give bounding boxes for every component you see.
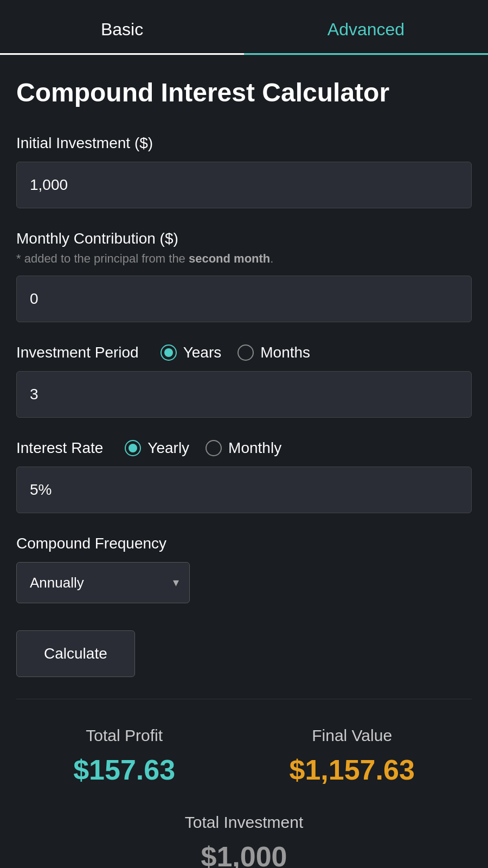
- compound-frequency-group: Compound Frequency Annually Semi-Annuall…: [16, 535, 472, 603]
- investment-period-years-option[interactable]: Years: [160, 344, 222, 361]
- interest-rate-label: Interest Rate: [16, 439, 103, 457]
- compound-frequency-select[interactable]: Annually Semi-Annually Quarterly Monthly…: [16, 562, 190, 603]
- initial-investment-input[interactable]: [16, 162, 472, 208]
- monthly-contribution-group: Monthly Contribution ($) * added to the …: [16, 230, 472, 322]
- interest-rate-yearly-option[interactable]: Yearly: [125, 439, 189, 457]
- total-investment-row: Total Investment $1,000: [16, 813, 472, 868]
- investment-period-radio-row: Investment Period Years Months: [16, 344, 472, 361]
- investment-period-months-label: Months: [260, 344, 310, 361]
- monthly-contribution-label: Monthly Contribution ($): [16, 230, 472, 247]
- results-top-row: Total Profit $157.63 Final Value $1,157.…: [16, 726, 472, 786]
- investment-period-months-radio[interactable]: [237, 344, 254, 361]
- final-value-value: $1,157.63: [289, 754, 414, 786]
- tab-bar: Basic Advanced: [0, 0, 488, 55]
- calculate-button[interactable]: Calculate: [16, 630, 135, 677]
- tab-advanced[interactable]: Advanced: [244, 0, 488, 55]
- investment-period-input[interactable]: [16, 371, 472, 418]
- total-profit-label: Total Profit: [73, 726, 175, 745]
- interest-rate-monthly-label: Monthly: [228, 439, 281, 457]
- sublabel-bold: second month: [189, 252, 270, 265]
- sublabel-text: * added to the principal from the: [16, 252, 189, 265]
- investment-period-label: Investment Period: [16, 344, 139, 361]
- interest-rate-monthly-option[interactable]: Monthly: [206, 439, 281, 457]
- investment-period-months-option[interactable]: Months: [237, 344, 310, 361]
- sublabel-end: .: [270, 252, 273, 265]
- tab-basic[interactable]: Basic: [0, 0, 244, 55]
- final-value-item: Final Value $1,157.63: [289, 726, 414, 786]
- total-investment-value: $1,000: [16, 840, 472, 868]
- compound-frequency-label: Compound Frequency: [16, 535, 472, 552]
- compound-frequency-select-wrapper: Annually Semi-Annually Quarterly Monthly…: [16, 562, 190, 603]
- final-value-label: Final Value: [289, 726, 414, 745]
- interest-rate-input[interactable]: [16, 467, 472, 513]
- initial-investment-label: Initial Investment ($): [16, 135, 472, 152]
- interest-rate-yearly-radio[interactable]: [125, 440, 141, 456]
- investment-period-years-radio[interactable]: [160, 344, 177, 361]
- interest-rate-monthly-radio[interactable]: [206, 440, 222, 456]
- initial-investment-group: Initial Investment ($): [16, 135, 472, 208]
- main-content: Compound Interest Calculator Initial Inv…: [0, 55, 488, 699]
- investment-period-group: Investment Period Years Months: [16, 344, 472, 418]
- page-title: Compound Interest Calculator: [16, 77, 472, 108]
- interest-rate-yearly-label: Yearly: [147, 439, 189, 457]
- total-profit-item: Total Profit $157.63: [73, 726, 175, 786]
- interest-rate-radio-row: Interest Rate Yearly Monthly: [16, 439, 472, 457]
- monthly-contribution-sublabel: * added to the principal from the second…: [16, 252, 472, 266]
- results-section: Total Profit $157.63 Final Value $1,157.…: [0, 699, 488, 868]
- investment-period-years-label: Years: [183, 344, 222, 361]
- total-investment-label: Total Investment: [16, 813, 472, 832]
- interest-rate-group: Interest Rate Yearly Monthly: [16, 439, 472, 513]
- total-profit-value: $157.63: [73, 754, 175, 786]
- monthly-contribution-input[interactable]: [16, 276, 472, 322]
